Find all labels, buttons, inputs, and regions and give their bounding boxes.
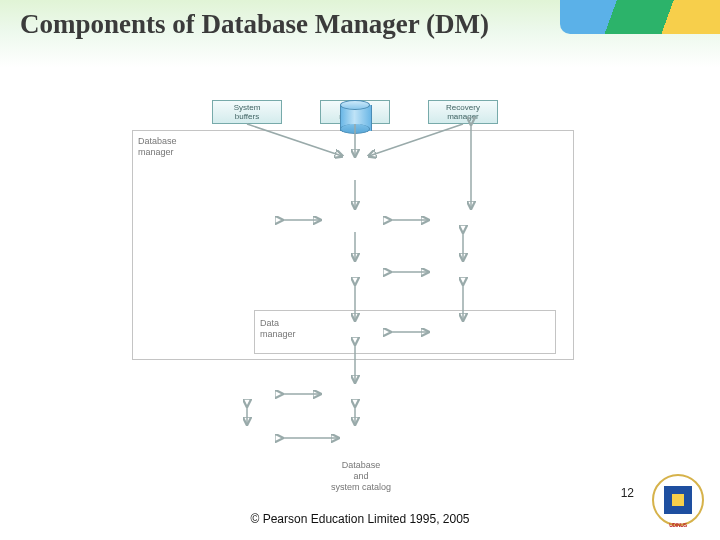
logo-brand: UDINUS <box>652 522 704 528</box>
label-data-manager: Datamanager <box>260 318 296 340</box>
dm-diagram: Databasemanager Datamanager Programobjec… <box>120 100 600 480</box>
slide-title: Components of Database Manager (DM) <box>20 8 620 40</box>
label-db-catalog: Databaseandsystem catalog <box>326 460 396 492</box>
cylinder-database <box>340 100 370 134</box>
label-database-manager: Databasemanager <box>138 136 177 158</box>
university-logo: UDINUS <box>652 474 704 526</box>
box-system-buffers: Systembuffers <box>212 100 282 124</box>
page-number: 12 <box>621 486 634 500</box>
copyright-text: © Pearson Education Limited 1995, 2005 <box>0 512 720 526</box>
box-recovery-manager: Recoverymanager <box>428 100 498 124</box>
group-data-manager <box>254 310 556 354</box>
